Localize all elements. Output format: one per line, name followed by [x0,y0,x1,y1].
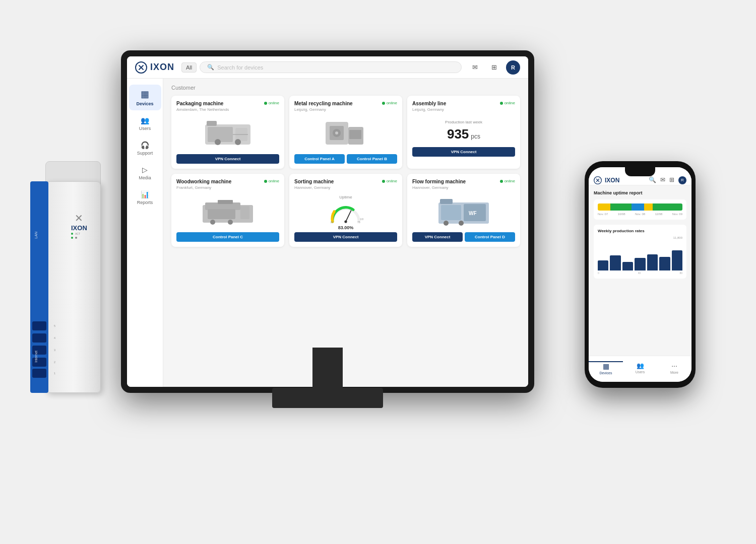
section-label: Customer [171,85,520,91]
app-header: IXON All 🔍 Search for devices ✉ ⊞ R [127,56,528,79]
device-card-woodworking: Woodworking machine Frankfurt, Germany o… [171,174,284,247]
phone-app: IXON 🔍 ✉ ⊞ R Machine uptime report [589,167,691,382]
svg-point-30 [444,221,449,226]
router-logo-area: ✕ IXON [71,212,87,232]
monitor-bezel: IXON All 🔍 Search for devices ✉ ⊞ R [121,50,534,393]
uptime-label-5: Nov. 09 [672,213,682,216]
phone: IXON 🔍 ✉ ⊞ R Machine uptime report [585,161,696,388]
device-card-packaging: Packaging machine Amsterdam, The Netherl… [171,96,284,169]
phone-search-icon[interactable]: 🔍 [649,176,656,184]
phone-nav-users-icon: 👥 [637,362,644,369]
status-text-1: online [269,101,279,105]
led-2 [71,237,73,239]
card-location-2: Leipzig, Germany [294,107,353,112]
card-location-5: Hannover, Germany [294,185,334,190]
ixon-logo-icon [135,61,147,74]
sidebar-item-support[interactable]: 🎧 Support [129,137,161,160]
machine-image-4 [176,193,279,228]
phone-avatar[interactable]: R [678,176,686,184]
sidebar-item-media[interactable]: ▷ Media [129,162,161,184]
phone-nav-more-label: More [670,371,678,374]
search-input-box[interactable]: 🔍 Search for devices [200,61,462,73]
svg-rect-20 [218,200,233,204]
sidebar-label-devices: Devices [136,101,153,106]
phone-nav-more[interactable]: ··· More [657,362,691,376]
control-panel-a-btn[interactable]: Control Panel A [294,154,345,164]
grid-button[interactable]: ⊞ [487,60,501,75]
phone-grid-icon[interactable]: ⊞ [669,176,674,184]
sidebar-item-devices[interactable]: ▦ Devices [129,85,161,110]
lan-label: LAN [34,232,38,239]
card-title-4: Woodworking machine [176,179,231,184]
gauge-value: 83.00% [338,225,354,230]
svg-point-12 [335,131,338,134]
port-5-label: 5 [54,324,55,327]
monitor-stand-base [272,388,383,408]
machine-image-2 [294,115,397,150]
vpn-connect-btn-5[interactable]: VPN Connect [294,232,397,242]
phone-logo-icon [594,176,602,184]
control-panel-b-btn[interactable]: Control Panel B [347,154,397,164]
phone-notch [625,167,655,176]
status-text-3: online [505,101,515,105]
axis-label-40: 40 [638,271,641,275]
svg-point-22 [344,220,347,223]
card-header-1: Packaging machine Amsterdam, The Netherl… [176,101,279,112]
chart-max-label: 11,800 [598,236,682,239]
svg-point-19 [228,220,233,225]
phone-logo-text: IXON [605,177,646,184]
card-title-2: Metal recycling machine [294,101,353,106]
card-header-3: Assembly line Leipzig, Germany online [412,101,515,112]
user-avatar[interactable]: R [506,60,520,75]
svg-rect-13 [349,130,361,139]
card-header-5: Sorting machine Hannover, Germany online [294,179,397,190]
monitor: IXON All 🔍 Search for devices ✉ ⊞ R [121,50,534,428]
main-content: Customer Packaging machine Amsterdam, Th… [163,79,528,387]
card-actions-4: Control Panel C [176,232,279,242]
svg-point-4 [215,139,221,145]
card-title-3: Assembly line [412,101,446,106]
led-row-2 [71,237,80,239]
vpn-connect-btn-6[interactable]: VPN Connect [412,232,463,242]
device-card-assembly: Assembly line Leipzig, Germany online [407,96,520,169]
phone-nav-users[interactable]: 👥 Users [623,362,657,376]
status-badge-1: online [264,101,279,105]
bar-1 [598,260,608,270]
vpn-connect-btn-1[interactable]: VPN Connect [176,154,279,164]
card-location-3: Leipzig, Germany [412,107,446,112]
search-filter-dropdown[interactable]: All [181,62,197,73]
status-badge-2: online [382,101,397,105]
phone-nav-devices[interactable]: ▦ Devices [589,361,623,377]
sidebar-item-users[interactable]: 👥 Users [129,112,161,135]
device-card-flow: Flow forming machine Hannover, Germany o… [407,174,520,247]
led-2b [75,237,77,239]
lan-ports: 5 4 3 2 [30,320,48,368]
device-card-sorting: Sorting machine Hannover, Germany online [289,174,402,247]
mail-button[interactable]: ✉ [468,60,482,75]
app-body: ▦ Devices 👥 Users 🎧 Support ▷ [127,79,528,387]
phone-nav-users-label: Users [636,370,645,374]
svg-line-21 [346,211,351,222]
control-panel-d-btn[interactable]: Control Panel D [465,232,515,242]
svg-text:WF: WF [469,211,477,216]
control-panel-c-btn[interactable]: Control Panel C [176,232,279,242]
sidebar-label-support: Support [137,151,153,156]
port-4-label: 4 [54,336,55,339]
machine-image-1 [176,115,279,150]
svg-text:25: 25 [330,221,333,224]
status-dot-5 [382,180,385,183]
svg-rect-27 [441,205,461,220]
sidebar-item-reports[interactable]: 📊 Reports [129,186,161,209]
uptime-bar [598,203,682,211]
svg-text:100: 100 [360,218,363,221]
bar-6 [659,257,670,271]
status-badge-6: online [500,179,515,183]
phone-mail-icon[interactable]: ✉ [660,176,665,184]
scene: ✕ IXON ACT LAN 5 [0,0,756,544]
port-2-label: 2 [54,361,55,364]
bar-5 [647,254,658,271]
svg-point-5 [235,139,241,145]
card-actions-1: VPN Connect [176,154,279,164]
port-1-label: 1 [54,372,55,375]
vpn-connect-btn-3[interactable]: VPN Connect [412,147,515,157]
